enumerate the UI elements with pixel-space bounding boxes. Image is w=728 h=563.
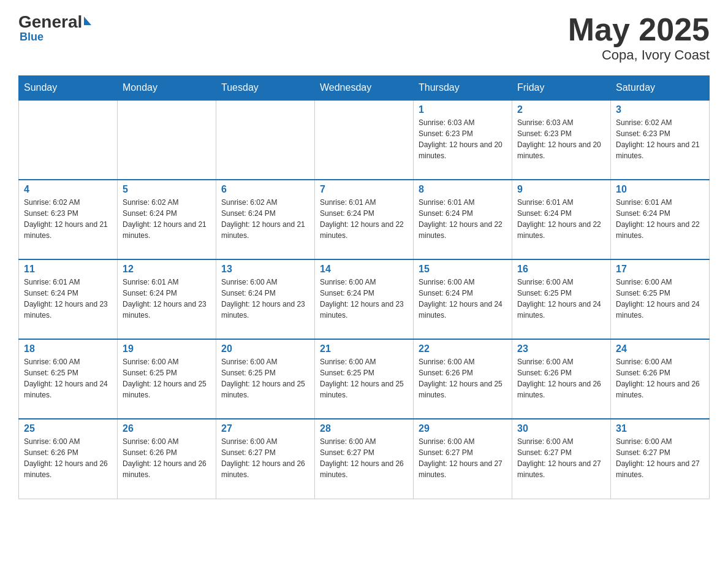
day-info: Sunrise: 6:00 AMSunset: 6:25 PMDaylight:…: [320, 356, 408, 400]
calendar-cell-w5-d2: 26Sunrise: 6:00 AMSunset: 6:26 PMDayligh…: [118, 419, 216, 499]
day-number: 22: [419, 343, 507, 354]
calendar-cell-w5-d4: 28Sunrise: 6:00 AMSunset: 6:27 PMDayligh…: [315, 419, 414, 499]
page-header: General Blue May 2025 Copa, Ivory Coast: [18, 12, 710, 63]
day-info: Sunrise: 6:03 AMSunset: 6:23 PMDaylight:…: [419, 117, 507, 161]
calendar-cell-w4-d6: 23Sunrise: 6:00 AMSunset: 6:26 PMDayligh…: [512, 339, 611, 419]
day-number: 17: [616, 264, 704, 275]
header-monday: Monday: [118, 76, 216, 101]
calendar-cell-w5-d1: 25Sunrise: 6:00 AMSunset: 6:26 PMDayligh…: [19, 419, 118, 499]
header-friday: Friday: [512, 76, 611, 101]
logo-subtitle: Blue: [20, 31, 44, 44]
day-info: Sunrise: 6:00 AMSunset: 6:26 PMDaylight:…: [517, 356, 605, 400]
header-sunday: Sunday: [19, 76, 118, 101]
calendar-week-2: 4Sunrise: 6:02 AMSunset: 6:23 PMDaylight…: [19, 180, 710, 259]
calendar-week-1: 1Sunrise: 6:03 AMSunset: 6:23 PMDaylight…: [19, 100, 710, 180]
day-info: Sunrise: 6:02 AMSunset: 6:24 PMDaylight:…: [221, 197, 309, 241]
calendar-cell-w3-d3: 13Sunrise: 6:00 AMSunset: 6:24 PMDayligh…: [216, 259, 315, 339]
header-saturday: Saturday: [611, 76, 710, 101]
day-number: 8: [419, 184, 507, 195]
day-info: Sunrise: 6:00 AMSunset: 6:24 PMDaylight:…: [320, 277, 408, 321]
logo-general: General: [18, 12, 82, 32]
month-title: May 2025: [568, 12, 710, 47]
day-info: Sunrise: 6:02 AMSunset: 6:23 PMDaylight:…: [616, 117, 704, 161]
day-info: Sunrise: 6:00 AMSunset: 6:27 PMDaylight:…: [419, 436, 507, 480]
calendar-cell-w1-d7: 3Sunrise: 6:02 AMSunset: 6:23 PMDaylight…: [611, 100, 710, 180]
logo: General Blue: [18, 12, 91, 44]
day-number: 15: [419, 264, 507, 275]
day-number: 23: [517, 343, 605, 354]
location: Copa, Ivory Coast: [568, 47, 710, 63]
calendar-week-3: 11Sunrise: 6:01 AMSunset: 6:24 PMDayligh…: [19, 259, 710, 339]
calendar-cell-w1-d1: [19, 100, 118, 180]
calendar-cell-w2-d3: 6Sunrise: 6:02 AMSunset: 6:24 PMDaylight…: [216, 180, 315, 259]
day-number: 2: [517, 104, 605, 115]
calendar-cell-w4-d4: 21Sunrise: 6:00 AMSunset: 6:25 PMDayligh…: [315, 339, 414, 419]
calendar-cell-w4-d1: 18Sunrise: 6:00 AMSunset: 6:25 PMDayligh…: [19, 339, 118, 419]
day-number: 26: [123, 423, 211, 434]
day-number: 28: [320, 423, 408, 434]
calendar-header-row: Sunday Monday Tuesday Wednesday Thursday…: [19, 76, 710, 101]
header-tuesday: Tuesday: [216, 76, 315, 101]
day-number: 25: [24, 423, 112, 434]
calendar-cell-w2-d2: 5Sunrise: 6:02 AMSunset: 6:24 PMDaylight…: [118, 180, 216, 259]
calendar-cell-w4-d7: 24Sunrise: 6:00 AMSunset: 6:26 PMDayligh…: [611, 339, 710, 419]
day-info: Sunrise: 6:01 AMSunset: 6:24 PMDaylight:…: [419, 197, 507, 241]
calendar-cell-w1-d2: [118, 100, 216, 180]
calendar-week-5: 25Sunrise: 6:00 AMSunset: 6:26 PMDayligh…: [19, 419, 710, 499]
logo-triangle-icon: [84, 17, 91, 25]
day-info: Sunrise: 6:00 AMSunset: 6:26 PMDaylight:…: [419, 356, 507, 400]
day-info: Sunrise: 6:02 AMSunset: 6:23 PMDaylight:…: [24, 197, 112, 241]
day-info: Sunrise: 6:01 AMSunset: 6:24 PMDaylight:…: [616, 197, 704, 241]
day-number: 9: [517, 184, 605, 195]
day-info: Sunrise: 6:00 AMSunset: 6:27 PMDaylight:…: [517, 436, 605, 480]
calendar-cell-w5-d7: 31Sunrise: 6:00 AMSunset: 6:27 PMDayligh…: [611, 419, 710, 499]
calendar-cell-w2-d1: 4Sunrise: 6:02 AMSunset: 6:23 PMDaylight…: [19, 180, 118, 259]
day-info: Sunrise: 6:01 AMSunset: 6:24 PMDaylight:…: [24, 277, 112, 321]
day-info: Sunrise: 6:01 AMSunset: 6:24 PMDaylight:…: [517, 197, 605, 241]
calendar-cell-w2-d6: 9Sunrise: 6:01 AMSunset: 6:24 PMDaylight…: [512, 180, 611, 259]
calendar-cell-w4-d2: 19Sunrise: 6:00 AMSunset: 6:25 PMDayligh…: [118, 339, 216, 419]
day-number: 3: [616, 104, 704, 115]
day-number: 5: [123, 184, 211, 195]
day-number: 10: [616, 184, 704, 195]
day-number: 12: [123, 264, 211, 275]
day-info: Sunrise: 6:00 AMSunset: 6:26 PMDaylight:…: [24, 436, 112, 480]
day-info: Sunrise: 6:00 AMSunset: 6:25 PMDaylight:…: [517, 277, 605, 321]
day-info: Sunrise: 6:00 AMSunset: 6:26 PMDaylight:…: [123, 436, 211, 480]
calendar-cell-w5-d6: 30Sunrise: 6:00 AMSunset: 6:27 PMDayligh…: [512, 419, 611, 499]
logo-text: General: [18, 12, 91, 32]
calendar-cell-w2-d5: 8Sunrise: 6:01 AMSunset: 6:24 PMDaylight…: [414, 180, 512, 259]
day-number: 14: [320, 264, 408, 275]
day-number: 13: [221, 264, 309, 275]
day-info: Sunrise: 6:01 AMSunset: 6:24 PMDaylight:…: [320, 197, 408, 241]
calendar-week-4: 18Sunrise: 6:00 AMSunset: 6:25 PMDayligh…: [19, 339, 710, 419]
day-number: 4: [24, 184, 112, 195]
day-number: 31: [616, 423, 704, 434]
calendar-table: Sunday Monday Tuesday Wednesday Thursday…: [18, 75, 710, 499]
day-number: 11: [24, 264, 112, 275]
day-number: 6: [221, 184, 309, 195]
day-number: 18: [24, 343, 112, 354]
day-info: Sunrise: 6:00 AMSunset: 6:26 PMDaylight:…: [616, 356, 704, 400]
day-info: Sunrise: 6:00 AMSunset: 6:27 PMDaylight:…: [320, 436, 408, 480]
day-number: 21: [320, 343, 408, 354]
day-number: 7: [320, 184, 408, 195]
calendar-cell-w1-d4: [315, 100, 414, 180]
day-number: 30: [517, 423, 605, 434]
day-info: Sunrise: 6:00 AMSunset: 6:24 PMDaylight:…: [221, 277, 309, 321]
day-info: Sunrise: 6:00 AMSunset: 6:25 PMDaylight:…: [616, 277, 704, 321]
day-number: 29: [419, 423, 507, 434]
day-number: 16: [517, 264, 605, 275]
day-number: 20: [221, 343, 309, 354]
day-info: Sunrise: 6:02 AMSunset: 6:24 PMDaylight:…: [123, 197, 211, 241]
calendar-cell-w4-d5: 22Sunrise: 6:00 AMSunset: 6:26 PMDayligh…: [414, 339, 512, 419]
calendar-cell-w3-d4: 14Sunrise: 6:00 AMSunset: 6:24 PMDayligh…: [315, 259, 414, 339]
calendar-cell-w3-d5: 15Sunrise: 6:00 AMSunset: 6:24 PMDayligh…: [414, 259, 512, 339]
day-info: Sunrise: 6:01 AMSunset: 6:24 PMDaylight:…: [123, 277, 211, 321]
day-number: 19: [123, 343, 211, 354]
calendar-cell-w3-d6: 16Sunrise: 6:00 AMSunset: 6:25 PMDayligh…: [512, 259, 611, 339]
calendar-cell-w3-d7: 17Sunrise: 6:00 AMSunset: 6:25 PMDayligh…: [611, 259, 710, 339]
day-info: Sunrise: 6:00 AMSunset: 6:25 PMDaylight:…: [123, 356, 211, 400]
header-thursday: Thursday: [414, 76, 512, 101]
day-number: 27: [221, 423, 309, 434]
